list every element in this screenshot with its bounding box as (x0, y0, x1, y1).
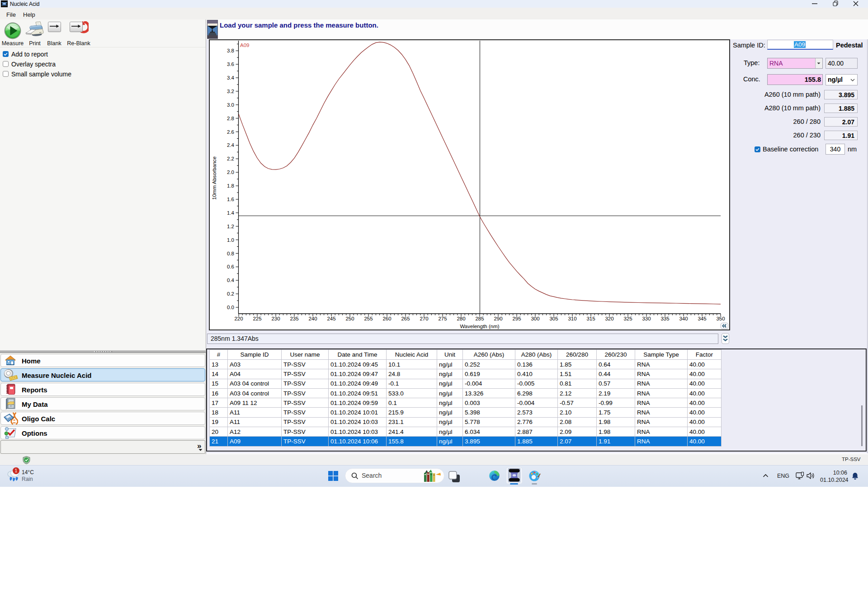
svg-text:0.4: 0.4 (227, 278, 235, 283)
svg-text:2.6: 2.6 (227, 129, 234, 135)
svg-text:3.2: 3.2 (227, 89, 234, 94)
svg-text:335: 335 (660, 316, 669, 321)
svg-text:290: 290 (494, 316, 502, 321)
svg-text:A09: A09 (240, 42, 249, 48)
svg-text:1.4: 1.4 (227, 210, 235, 216)
svg-text:230: 230 (271, 316, 280, 321)
svg-text:10mm Absorbance: 10mm Absorbance (212, 156, 217, 200)
svg-text:315: 315 (586, 316, 595, 321)
svg-text:340: 340 (679, 316, 688, 321)
svg-text:1.6: 1.6 (227, 197, 234, 202)
svg-text:3.8: 3.8 (227, 48, 234, 53)
svg-text:1.2: 1.2 (227, 224, 234, 229)
svg-text:3.4: 3.4 (227, 75, 235, 80)
svg-text:240: 240 (308, 316, 317, 321)
svg-text:280: 280 (457, 316, 465, 321)
svg-text:220: 220 (234, 316, 243, 321)
svg-text:2.8: 2.8 (227, 116, 234, 121)
svg-text:330: 330 (642, 316, 651, 321)
svg-text:2.2: 2.2 (227, 156, 234, 161)
svg-text:1.8: 1.8 (227, 183, 234, 188)
svg-text:320: 320 (605, 316, 613, 321)
svg-text:265: 265 (401, 316, 410, 321)
svg-text:350: 350 (716, 316, 725, 321)
svg-text:2.4: 2.4 (227, 142, 235, 148)
svg-text:275: 275 (438, 316, 447, 321)
svg-text:250: 250 (345, 316, 354, 321)
svg-text:310: 310 (568, 316, 576, 321)
svg-text:3.0: 3.0 (227, 102, 234, 108)
svg-text:2.0: 2.0 (227, 169, 234, 175)
svg-text:235: 235 (290, 316, 298, 321)
svg-text:0.0: 0.0 (227, 305, 234, 310)
svg-text:Wavelength (nm): Wavelength (nm) (460, 324, 499, 329)
svg-text:245: 245 (327, 316, 335, 321)
svg-text:345: 345 (698, 316, 706, 321)
svg-text:255: 255 (364, 316, 373, 321)
svg-text:3.6: 3.6 (227, 61, 234, 67)
svg-text:270: 270 (420, 316, 428, 321)
svg-text:285: 285 (475, 316, 484, 321)
svg-text:0.2: 0.2 (227, 291, 234, 296)
svg-text:300: 300 (531, 316, 539, 321)
svg-text:305: 305 (549, 316, 558, 321)
svg-text:0.6: 0.6 (227, 264, 234, 269)
svg-text:295: 295 (512, 316, 521, 321)
svg-text:0.8: 0.8 (227, 251, 234, 256)
svg-text:325: 325 (623, 316, 632, 321)
svg-text:225: 225 (253, 316, 261, 321)
svg-text:260: 260 (382, 316, 391, 321)
svg-text:1.0: 1.0 (227, 237, 234, 243)
